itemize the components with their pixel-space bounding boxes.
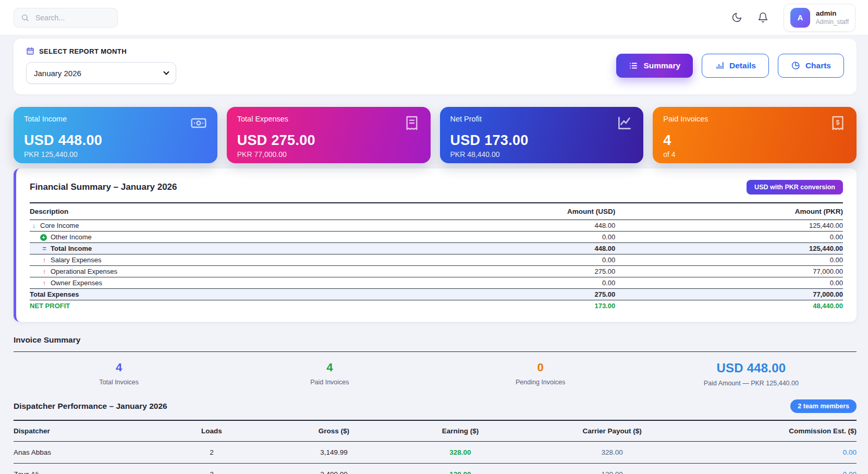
financial-row-usd: 173.00: [355, 300, 615, 312]
invoice-stat: 4Paid Invoices: [224, 361, 435, 387]
stat-card-value: 4: [663, 132, 846, 149]
invoice-stat-value: 4: [224, 361, 435, 374]
stat-card-subvalue: of 4: [663, 150, 846, 159]
financial-row-label: Total Expenses: [30, 290, 79, 298]
receipt-dollar-icon: $: [829, 115, 846, 131]
stat-card-title: Paid Invoices: [663, 115, 708, 123]
conversion-badge: USD with PKR conversion: [747, 180, 843, 195]
invoice-stat: USD 448.00Paid Amount — PKR 125,440.00: [646, 361, 857, 387]
col-amount-pkr: Amount (PKR): [615, 203, 843, 220]
col-loads: Loads: [157, 420, 266, 442]
dispatcher-performance-title: Dispatcher Performance – January 2026: [14, 402, 167, 411]
search-icon: [21, 14, 29, 22]
charts-view-button[interactable]: Charts: [778, 54, 844, 78]
financial-row-usd: 448.00: [355, 243, 615, 254]
arrow-down-icon: ↓: [30, 222, 38, 229]
dispatcher-table: Dispatcher Loads Gross ($) Earning ($) C…: [14, 420, 857, 474]
stat-card-value: USD 448.00: [24, 132, 207, 149]
invoice-stat: 0Pending Invoices: [435, 361, 646, 387]
total-expenses-card: Total ExpensesUSD 275.00PKR 77,000.00: [227, 107, 431, 163]
stat-card-subvalue: PKR 125,440.00: [24, 150, 207, 159]
trend-chart-icon: [616, 115, 633, 131]
financial-row: ↓Core Income448.00125,440.00: [30, 220, 843, 232]
cell-gross: 2,400.00: [266, 464, 401, 474]
invoice-stat-value: 0: [435, 361, 646, 374]
cell-earning: 120.00: [401, 464, 519, 474]
report-month-select[interactable]: January 2026: [26, 62, 176, 84]
plus-circle-icon: +: [40, 234, 47, 241]
cell-commission: 0.00: [705, 464, 857, 474]
cell-earning: 328.00: [401, 442, 519, 464]
arrow-up-icon: ↑: [40, 279, 48, 287]
summary-view-button[interactable]: Summary: [616, 54, 693, 78]
invoice-stat: 4Total Invoices: [14, 361, 224, 387]
divider: [14, 351, 857, 352]
financial-row: ↑Operational Expenses275.0077,000.00: [30, 266, 843, 277]
financial-row: ↑Owner Expenses0.000.00: [30, 277, 843, 289]
financial-row-label: Core Income: [40, 222, 79, 229]
financial-row-pkr: 77,000.00: [615, 266, 843, 277]
stat-card-value: USD 275.00: [237, 132, 420, 149]
dispatcher-row: Zoya Ali22,400.00120.00120.000.00: [14, 464, 857, 474]
stat-card-value: USD 173.00: [450, 132, 633, 149]
financial-row-pkr: 125,440.00: [615, 243, 843, 254]
financial-summary-title: Financial Summary – January 2026: [30, 182, 177, 192]
financial-row-pkr: 0.00: [615, 277, 843, 289]
financial-row-usd: 0.00: [355, 277, 615, 289]
details-view-button[interactable]: Details: [702, 54, 769, 78]
financial-row-pkr: 48,440.00: [615, 300, 843, 312]
cell-dispatcher: Zoya Ali: [14, 464, 157, 474]
col-earning: Earning ($): [401, 420, 519, 442]
invoice-stat-value: USD 448.00: [646, 361, 857, 375]
stat-card-title: Total Expenses: [237, 115, 288, 123]
user-menu[interactable]: A admin Admin_staff: [784, 4, 855, 32]
financial-row-label: NET PROFIT: [30, 302, 70, 310]
financial-row-usd: 275.00: [355, 266, 615, 277]
cell-carrier-payout: 328.00: [519, 442, 705, 464]
financial-table: Description Amount (USD) Amount (PKR) ↓C…: [30, 202, 843, 311]
cell-dispatcher: Anas Abbas: [14, 442, 157, 464]
col-amount-usd: Amount (USD): [355, 203, 615, 220]
user-role: Admin_staff: [816, 18, 849, 26]
paid-invoices-card: Paid Invoices$4of 4: [653, 107, 857, 163]
invoice-summary-section: Invoice Summary 4Total Invoices4Paid Inv…: [14, 335, 857, 387]
financial-row-usd: 0.00: [355, 232, 615, 243]
stat-card-subvalue: PKR 77,000.00: [237, 150, 420, 159]
invoice-stat-label: Pending Invoices: [435, 379, 646, 386]
dispatcher-row: Anas Abbas23,149.99328.00328.000.00: [14, 442, 857, 464]
financial-row-usd: 0.00: [355, 254, 615, 266]
search-input[interactable]: [34, 13, 111, 22]
invoice-stat-value: 4: [14, 361, 224, 374]
report-month-card: SELECT REPORT MONTH January 2026 Summary…: [14, 39, 857, 94]
dark-mode-toggle[interactable]: [731, 12, 743, 23]
financial-row-pkr: 77,000.00: [615, 289, 843, 300]
dispatcher-table-body: Anas Abbas23,149.99328.00328.000.00Zoya …: [14, 442, 857, 474]
financial-row-usd: 275.00: [355, 289, 615, 300]
financial-row-label: Total Income: [51, 245, 92, 252]
charts-button-label: Charts: [805, 61, 831, 70]
notifications-button[interactable]: [757, 12, 769, 23]
arrow-up-icon: ↑: [40, 256, 48, 264]
cell-carrier-payout: 120.00: [519, 464, 705, 474]
details-button-label: Details: [729, 61, 756, 70]
bell-icon: [757, 12, 768, 23]
net-profit-card: Net ProfitUSD 173.00PKR 48,440.00: [440, 107, 644, 163]
invoice-stats: 4Total Invoices4Paid Invoices0Pending In…: [14, 361, 857, 387]
top-header: A admin Admin_staff: [0, 0, 868, 35]
svg-text:$: $: [836, 119, 840, 126]
financial-row-label: Salary Expenses: [51, 256, 102, 264]
avatar: A: [790, 8, 810, 28]
moon-icon: [731, 12, 742, 23]
search-box[interactable]: [14, 8, 118, 28]
invoice-stat-label: Total Invoices: [14, 379, 224, 386]
cell-commission: 0.00: [705, 442, 857, 464]
summary-button-label: Summary: [643, 61, 680, 70]
financial-row-usd: 448.00: [355, 220, 615, 232]
financial-row: ↑Salary Expenses0.000.00: [30, 254, 843, 266]
col-gross: Gross ($): [266, 420, 401, 442]
financial-row-label: Operational Expenses: [51, 268, 117, 275]
calendar-icon: [26, 47, 34, 55]
financial-summary-card: Financial Summary – January 2026 USD wit…: [14, 168, 857, 322]
invoice-stat-label: Paid Invoices: [224, 379, 435, 386]
stat-card-subvalue: PKR 48,440.00: [450, 150, 633, 159]
